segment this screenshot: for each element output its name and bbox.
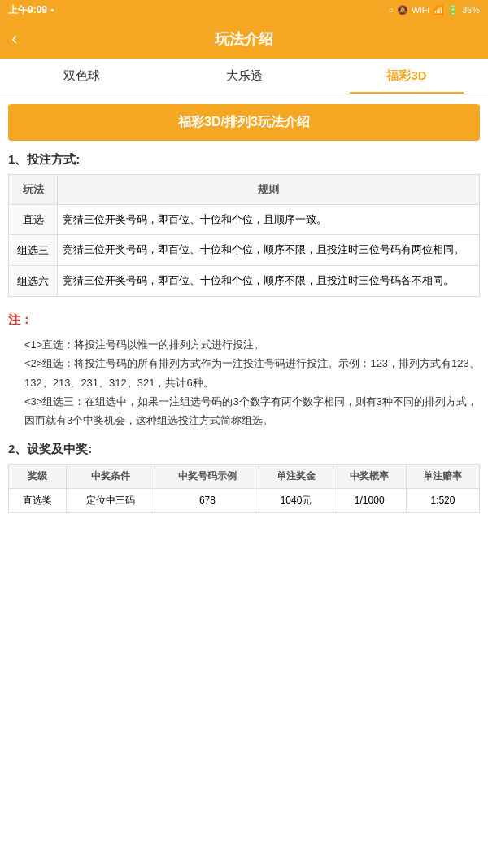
section1-title: 1、投注方式: xyxy=(8,152,480,168)
section2-title: 2、设奖及中奖: xyxy=(8,442,480,457)
time-text: 上午9:09 xyxy=(8,3,47,17)
header: ‹ 玩法介绍 xyxy=(0,20,488,59)
banner: 福彩3D/排列3玩法介绍 xyxy=(8,104,480,141)
main-content: 福彩3D/排列3玩法介绍 1、投注方式: 玩法 规则 直选 竞猜三位开奖号码，即… xyxy=(0,94,488,522)
note-item-1: <1>直选：将投注号码以惟一的排列方式进行投注。 xyxy=(8,335,480,354)
mute-icon: 🔕 xyxy=(397,5,408,15)
col-header-rule: 规则 xyxy=(58,175,480,205)
back-button[interactable]: ‹ xyxy=(11,28,17,50)
prize-level: 直选奖 xyxy=(9,488,67,513)
tab-shuangseqiu[interactable]: 双色球 xyxy=(0,59,163,94)
notes-section: 注： <1>直选：将投注号码以惟一的排列方式进行投注。 <2>组选：将投注号码的… xyxy=(8,308,480,430)
tab-fucai3d[interactable]: 福彩3D xyxy=(325,59,488,94)
header-title: 玩法介绍 xyxy=(215,29,273,49)
battery-text: 36% xyxy=(462,5,480,15)
prize-col-example: 中奖号码示例 xyxy=(155,464,259,488)
game-rule-zhixuan: 竞猜三位开奖号码，即百位、十位和个位，且顺序一致。 xyxy=(58,204,480,235)
battery-icon: 🔋 xyxy=(447,5,459,15)
prize-table: 奖级 中奖条件 中奖号码示例 单注奖金 中奖概率 单注赔率 直选奖 定位中三码 … xyxy=(8,464,480,513)
game-rule-zuxuan3: 竞猜三位开奖号码，即百位、十位和个位，顺序不限，且投注时三位号码有两位相同。 xyxy=(58,235,480,266)
signal-icon: 📶 xyxy=(433,5,444,15)
status-time: 上午9:09 ▪ xyxy=(8,3,54,17)
sim-icon: ▪ xyxy=(50,4,54,15)
col-header-game: 玩法 xyxy=(9,175,58,205)
table-row: 直选 竞猜三位开奖号码，即百位、十位和个位，且顺序一致。 xyxy=(9,204,480,235)
game-rule-zuxuan6: 竞猜三位开奖号码，即百位、十位和个位，顺序不限，且投注时三位号码各不相同。 xyxy=(58,266,480,297)
prize-probability: 1/1000 xyxy=(333,488,406,513)
notes-title: 注： xyxy=(8,308,480,330)
prize-col-probability: 中奖概率 xyxy=(333,464,406,488)
status-icons: ○ 🔕 WiFi 📶 🔋 36% xyxy=(388,5,480,15)
table-row: 组选六 竞猜三位开奖号码，即百位、十位和个位，顺序不限，且投注时三位号码各不相同… xyxy=(9,266,480,297)
tab-daletou[interactable]: 大乐透 xyxy=(163,59,325,94)
prize-col-prize: 单注奖金 xyxy=(259,464,333,488)
prize-condition: 定位中三码 xyxy=(67,488,155,513)
note-item-2: <2>组选：将投注号码的所有排列方式作为一注投注号码进行投注。示例：123，排列… xyxy=(8,354,480,392)
table-row: 组选三 竞猜三位开奖号码，即百位、十位和个位，顺序不限，且投注时三位号码有两位相… xyxy=(9,235,480,266)
tabs-bar: 双色球 大乐透 福彩3D xyxy=(0,59,488,94)
prize-col-condition: 中奖条件 xyxy=(67,464,155,488)
game-name-zuxuan3: 组选三 xyxy=(9,235,58,266)
ring-icon: ○ xyxy=(388,5,394,15)
prize-ratio: 1:520 xyxy=(406,488,479,513)
betting-table: 玩法 规则 直选 竞猜三位开奖号码，即百位、十位和个位，且顺序一致。 组选三 竞… xyxy=(8,174,480,297)
prize-col-level: 奖级 xyxy=(9,464,67,488)
prize-example: 678 xyxy=(155,488,259,513)
status-bar: 上午9:09 ▪ ○ 🔕 WiFi 📶 🔋 36% xyxy=(0,0,488,20)
wifi-icon: WiFi xyxy=(412,5,429,15)
game-name-zuxuan6: 组选六 xyxy=(9,266,58,297)
game-name-zhixuan: 直选 xyxy=(9,204,58,235)
prize-col-ratio: 单注赔率 xyxy=(406,464,479,488)
prize-row: 直选奖 定位中三码 678 1040元 1/1000 1:520 xyxy=(9,488,480,513)
note-item-3: <3>组选三：在组选中，如果一注组选号码的3个数字有两个数字相同，则有3种不同的… xyxy=(8,392,480,430)
prize-amount: 1040元 xyxy=(259,488,333,513)
